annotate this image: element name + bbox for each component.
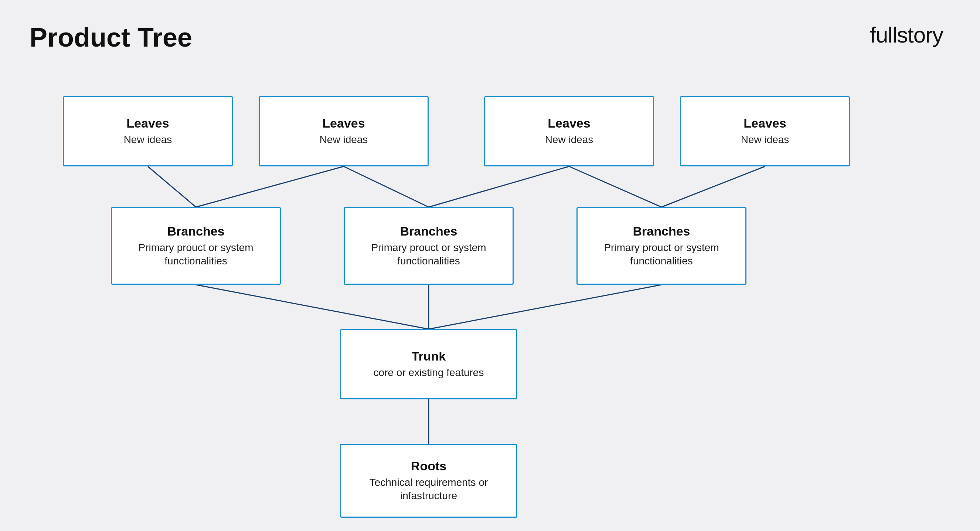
brand-logo: fullstory [870, 22, 943, 48]
svg-line-1 [196, 166, 344, 207]
svg-line-8 [429, 285, 662, 329]
leaf-node-3: Leaves New ideas [484, 96, 654, 166]
trunk-subtitle: core or existing features [374, 366, 484, 380]
branch1-title: Branches [167, 224, 225, 239]
trunk-node: Trunk core or existing features [340, 329, 517, 399]
branch2-subtitle: Primary prouct or system functionalities [345, 241, 512, 268]
svg-line-5 [662, 166, 765, 207]
leaf1-subtitle: New ideas [124, 133, 172, 147]
svg-line-4 [569, 166, 662, 207]
leaf4-subtitle: New ideas [741, 133, 789, 147]
branch-node-3: Branches Primary prouct or system functi… [576, 207, 746, 285]
svg-line-6 [196, 285, 429, 329]
branch3-subtitle: Primary prouct or system functionalities [578, 241, 745, 268]
leaf3-title: Leaves [548, 116, 590, 131]
branch-node-2: Branches Primary prouct or system functi… [344, 207, 514, 285]
leaf-node-1: Leaves New ideas [63, 96, 233, 166]
leaf-node-2: Leaves New ideas [259, 96, 429, 166]
page-title: Product Tree [30, 22, 192, 53]
leaf2-title: Leaves [322, 116, 365, 131]
branch1-subtitle: Primary prouct or system functionalities [112, 241, 280, 268]
svg-line-3 [429, 166, 569, 207]
roots-node: Roots Technical requirements or infastru… [340, 444, 517, 518]
branch3-title: Branches [633, 224, 690, 239]
roots-title: Roots [411, 459, 446, 474]
svg-line-2 [344, 166, 429, 207]
leaf3-subtitle: New ideas [545, 133, 593, 147]
trunk-title: Trunk [412, 349, 446, 364]
leaf-node-4: Leaves New ideas [680, 96, 850, 166]
roots-subtitle: Technical requirements or infastructure [341, 476, 516, 503]
svg-line-0 [148, 166, 196, 207]
branch2-title: Branches [400, 224, 458, 239]
branch-node-1: Branches Primary prouct or system functi… [111, 207, 281, 285]
leaf1-title: Leaves [126, 116, 169, 131]
leaf4-title: Leaves [743, 116, 786, 131]
leaf2-subtitle: New ideas [320, 133, 368, 147]
diagram-container: Leaves New ideas Leaves New ideas Leaves… [0, 67, 980, 531]
